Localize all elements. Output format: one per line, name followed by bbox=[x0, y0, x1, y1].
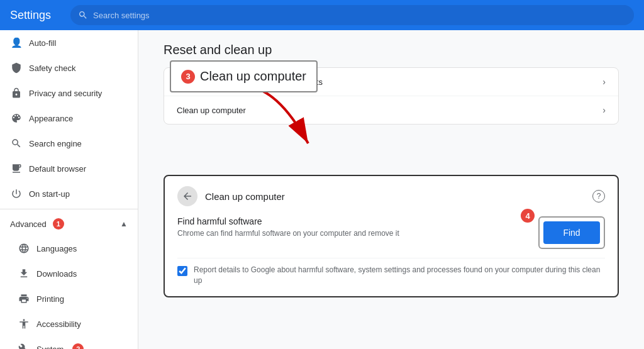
sidebar-item-label: Auto-fill bbox=[29, 38, 56, 48]
find-button[interactable]: Find bbox=[543, 221, 600, 244]
system-icon bbox=[18, 343, 30, 349]
arrow-indicator bbox=[226, 80, 352, 162]
downloads-icon bbox=[18, 267, 30, 280]
sidebar-item-autofill[interactable]: 👤 Auto-fill bbox=[0, 30, 138, 55]
back-button[interactable] bbox=[177, 186, 197, 206]
advanced-arrow-icon: ▲ bbox=[120, 219, 128, 228]
body: 👤 Auto-fill Safety check Privacy and sec… bbox=[0, 30, 644, 349]
find-section: Find harmful software Chrome can find ha… bbox=[177, 216, 605, 249]
find-harmful-desc: Chrome can find harmful software on your… bbox=[177, 229, 526, 238]
step3-badge: 3 bbox=[181, 70, 195, 84]
autofill-icon: 👤 bbox=[10, 36, 23, 49]
checkbox-row: Report details to Google about harmful s… bbox=[177, 258, 605, 286]
step4-badge: 4 bbox=[521, 209, 535, 223]
advanced-label: Advanced bbox=[10, 219, 47, 229]
header-title: Settings bbox=[10, 9, 60, 22]
search-bar[interactable] bbox=[70, 5, 634, 25]
cleanup-panel-title: Clean up computer bbox=[205, 191, 285, 202]
search-input[interactable] bbox=[93, 11, 626, 20]
find-text-block: Find harmful software Chrome can find ha… bbox=[177, 216, 526, 238]
report-label: Report details to Google about harmful s… bbox=[194, 265, 605, 286]
chevron-right-icon-2: › bbox=[602, 105, 606, 115]
advanced-badge: 1 bbox=[53, 218, 64, 230]
sidebar-item-appearance[interactable]: Appearance bbox=[0, 106, 138, 131]
privacy-icon bbox=[10, 87, 23, 99]
safety-check-icon bbox=[10, 62, 23, 74]
sidebar-item-label: Languages bbox=[36, 244, 77, 253]
accessibility-icon bbox=[18, 318, 30, 330]
sidebar-item-label: Search engine bbox=[29, 139, 82, 148]
sidebar-item-label: Appearance bbox=[29, 114, 73, 123]
sidebar-item-languages[interactable]: Languages bbox=[0, 236, 138, 261]
sidebar-advanced-header[interactable]: Advanced 1 ▲ bbox=[0, 212, 138, 236]
sidebar: 👤 Auto-fill Safety check Privacy and sec… bbox=[0, 30, 138, 349]
sidebar-item-label: Accessibility bbox=[36, 319, 81, 329]
header: Settings bbox=[0, 0, 644, 30]
sidebar-item-label: Safety check bbox=[29, 64, 75, 73]
sidebar-item-label: On start-up bbox=[29, 189, 70, 199]
sidebar-item-on-startup[interactable]: On start-up bbox=[0, 181, 138, 206]
section-title: Reset and clean up bbox=[164, 43, 619, 57]
search-engine-icon bbox=[10, 137, 23, 150]
find-btn-callout-box: Find bbox=[538, 216, 605, 249]
sidebar-item-downloads[interactable]: Downloads bbox=[0, 261, 138, 286]
sidebar-divider bbox=[0, 209, 138, 209]
sidebar-item-default-browser[interactable]: Default browser bbox=[0, 156, 138, 181]
search-icon bbox=[78, 10, 88, 20]
sidebar-item-label: System bbox=[36, 345, 64, 350]
cleanup-panel: Clean up computer ? Find harmful softwar… bbox=[164, 175, 619, 297]
sidebar-item-printing[interactable]: Printing bbox=[0, 286, 138, 311]
default-browser-icon bbox=[10, 162, 23, 175]
sidebar-item-label: Default browser bbox=[29, 164, 86, 174]
cleanup-panel-header: Clean up computer ? bbox=[177, 186, 605, 206]
sidebar-item-label: Downloads bbox=[36, 269, 77, 279]
sidebar-item-label: Printing bbox=[36, 294, 64, 304]
report-checkbox[interactable] bbox=[177, 266, 187, 276]
sidebar-item-accessibility[interactable]: Accessibility bbox=[0, 311, 138, 336]
sidebar-item-system[interactable]: System 2 bbox=[0, 336, 138, 349]
system-badge: 2 bbox=[72, 343, 84, 349]
languages-icon bbox=[18, 242, 30, 255]
chevron-right-icon: › bbox=[602, 77, 606, 87]
sidebar-item-search-engine[interactable]: Search engine bbox=[0, 131, 138, 156]
sidebar-item-label: Privacy and security bbox=[29, 89, 102, 98]
main-content: Reset and clean up Restore settings to t… bbox=[138, 30, 644, 349]
sidebar-item-safety-check[interactable]: Safety check bbox=[0, 55, 138, 80]
step3-callout-text: Clean up computer bbox=[200, 69, 306, 84]
find-btn-wrapper: 4 Find bbox=[538, 216, 605, 249]
printing-icon bbox=[18, 292, 30, 305]
sidebar-item-privacy-security[interactable]: Privacy and security bbox=[0, 80, 138, 106]
appearance-icon bbox=[10, 112, 23, 125]
on-startup-icon bbox=[10, 187, 23, 200]
step3-callout: 3 Clean up computer bbox=[170, 60, 318, 92]
find-harmful-title: Find harmful software bbox=[177, 216, 526, 226]
help-icon[interactable]: ? bbox=[592, 190, 605, 202]
